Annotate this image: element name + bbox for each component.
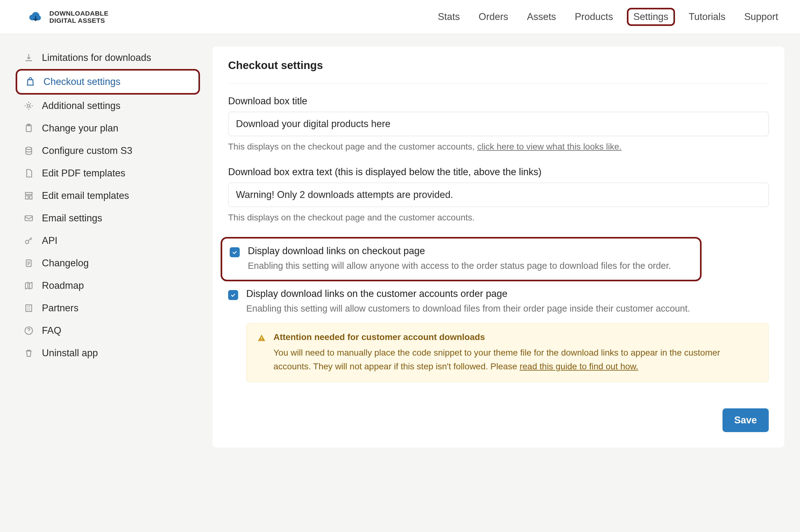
sidebar-label: API xyxy=(42,235,57,246)
shopping-bag-icon xyxy=(25,76,36,88)
display-account-row: Display download links on the customer a… xyxy=(228,281,769,390)
download-title-group: Download box title This displays on the … xyxy=(228,96,769,153)
download-title-helper: This displays on the checkout page and t… xyxy=(228,140,769,153)
sidebar-label: FAQ xyxy=(42,325,61,336)
alert-title: Attention needed for customer account do… xyxy=(273,332,758,342)
sidebar-limitations[interactable]: Limitations for downloads xyxy=(16,46,200,69)
svg-rect-10 xyxy=(26,305,32,311)
help-icon xyxy=(23,325,34,336)
display-checkout-desc: Enabling this setting will allow anyone … xyxy=(248,259,692,272)
sidebar-label: Email settings xyxy=(42,213,102,224)
sidebar-label: Limitations for downloads xyxy=(42,52,151,63)
display-checkout-row: Display download links on checkout page … xyxy=(221,237,702,281)
sidebar-roadmap[interactable]: Roadmap xyxy=(16,274,200,297)
list-icon xyxy=(23,258,34,269)
map-icon xyxy=(23,280,34,291)
nav-orders[interactable]: Orders xyxy=(479,11,508,22)
form-footer: Save xyxy=(228,408,769,432)
sidebar-label: Additional settings xyxy=(42,100,121,112)
sidebar-label: Configure custom S3 xyxy=(42,145,132,156)
download-icon xyxy=(23,52,34,63)
cloud-download-icon xyxy=(28,10,43,24)
sidebar-api[interactable]: API xyxy=(16,229,200,252)
extra-text-input[interactable] xyxy=(228,183,769,207)
sidebar-pdf[interactable]: Edit PDF templates xyxy=(16,162,200,185)
svg-rect-5 xyxy=(25,196,28,199)
sidebar-label: Edit email templates xyxy=(42,190,129,202)
extra-text-helper: This displays on the checkout page and t… xyxy=(228,211,769,224)
file-icon xyxy=(23,168,34,179)
svg-rect-4 xyxy=(25,192,32,194)
display-account-desc: Enabling this setting will allow custome… xyxy=(246,302,769,315)
download-title-label: Download box title xyxy=(228,96,769,107)
sidebar-changelog[interactable]: Changelog xyxy=(16,252,200,274)
nav-assets[interactable]: Assets xyxy=(527,11,556,22)
envelope-icon xyxy=(23,213,34,224)
preview-link[interactable]: click here to view what this looks like. xyxy=(477,142,622,151)
nav-products[interactable]: Products xyxy=(575,11,613,22)
top-nav: Stats Orders Assets Products Settings Tu… xyxy=(438,10,778,24)
sidebar-plan[interactable]: Change your plan xyxy=(16,117,200,139)
svg-rect-6 xyxy=(30,196,32,199)
extra-text-group: Download box extra text (this is display… xyxy=(228,166,769,224)
building-icon xyxy=(23,303,34,314)
settings-sidebar: Limitations for downloads Checkout setti… xyxy=(16,46,200,448)
attention-alert: Attention needed for customer account do… xyxy=(246,323,769,382)
alert-body: You will need to manually place the code… xyxy=(273,346,758,373)
nav-stats[interactable]: Stats xyxy=(438,11,460,22)
sidebar-label: Partners xyxy=(42,303,78,314)
brand-text: DOWNLOADABLE DIGITAL ASSETS xyxy=(49,10,108,24)
sidebar-partners[interactable]: Partners xyxy=(16,297,200,319)
sidebar-email-templates[interactable]: Edit email templates xyxy=(16,185,200,207)
brand-logo[interactable]: DOWNLOADABLE DIGITAL ASSETS xyxy=(28,10,108,24)
clipboard-icon xyxy=(23,123,34,134)
guide-link[interactable]: read this guide to find out how. xyxy=(520,362,638,371)
sidebar-label: Uninstall app xyxy=(42,347,98,359)
save-button[interactable]: Save xyxy=(723,408,769,432)
sidebar-s3[interactable]: Configure custom S3 xyxy=(16,139,200,162)
svg-point-8 xyxy=(25,241,29,244)
svg-point-0 xyxy=(28,104,30,107)
svg-point-12 xyxy=(261,340,262,341)
download-title-input[interactable] xyxy=(228,112,769,136)
main-panel: Checkout settings Download box title Thi… xyxy=(213,46,784,448)
sidebar-label: Change your plan xyxy=(42,123,119,134)
trash-icon xyxy=(23,347,34,359)
sidebar-label: Changelog xyxy=(42,258,89,269)
svg-rect-7 xyxy=(25,216,33,221)
extra-text-label: Download box extra text (this is display… xyxy=(228,166,769,178)
sidebar-uninstall[interactable]: Uninstall app xyxy=(16,342,200,364)
display-checkout-title: Display download links on checkout page xyxy=(248,245,692,256)
nav-tutorials[interactable]: Tutorials xyxy=(689,11,726,22)
database-icon xyxy=(23,145,34,156)
nav-settings[interactable]: Settings xyxy=(627,8,675,26)
sidebar-faq[interactable]: FAQ xyxy=(16,319,200,342)
warning-icon xyxy=(257,334,266,373)
sidebar-additional[interactable]: Additional settings xyxy=(16,95,200,117)
sidebar-email-settings[interactable]: Email settings xyxy=(16,207,200,229)
layout-icon xyxy=(23,190,34,202)
gear-icon xyxy=(23,100,34,112)
display-account-checkbox[interactable] xyxy=(228,290,238,300)
page-title: Checkout settings xyxy=(228,59,769,84)
top-header: DOWNLOADABLE DIGITAL ASSETS Stats Orders… xyxy=(0,0,800,34)
sidebar-checkout-settings[interactable]: Checkout settings xyxy=(16,69,200,95)
display-checkout-checkbox[interactable] xyxy=(230,247,240,257)
nav-support[interactable]: Support xyxy=(744,11,778,22)
svg-point-3 xyxy=(26,147,32,150)
sidebar-label: Checkout settings xyxy=(43,76,120,88)
display-account-title: Display download links on the customer a… xyxy=(246,288,769,299)
sidebar-label: Edit PDF templates xyxy=(42,168,125,179)
sidebar-label: Roadmap xyxy=(42,280,84,291)
key-icon xyxy=(23,235,34,246)
